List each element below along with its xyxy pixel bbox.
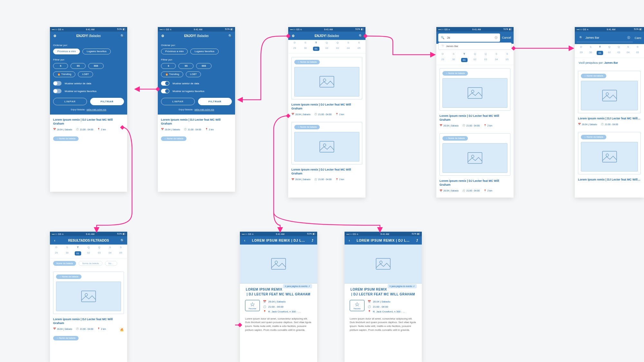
event-card[interactable]: ☆ Nome da balada: [578, 132, 641, 174]
calendar-strip[interactable]: DSTQQSS 29300102030405: [436, 51, 514, 65]
svg-point-15: [275, 261, 278, 264]
price-1[interactable]: $: [161, 63, 176, 69]
calendar-strip[interactable]: DSTQQSS 29300102030405: [575, 44, 644, 58]
status-left: •••○○ GS ⎋: [52, 28, 63, 31]
screen-detail-a: •••○○ GS ⎋9:41 AM51% ▮▯ ‹ LOREM IPSUM RE…: [240, 232, 317, 362]
tag-lgbt[interactable]: LGBT: [78, 71, 93, 77]
event-page-link[interactable]: ir para página do evento ↗: [388, 284, 417, 288]
clear-icon[interactable]: ⓧ: [495, 36, 497, 40]
search-icon: 🔍: [579, 36, 583, 39]
clear-icon[interactable]: ⓧ: [627, 36, 630, 40]
back-icon[interactable]: ‹: [242, 238, 247, 243]
screen-detail-b: •••○○ GS ⎋9:41 AM51% ▮▯ ‹ LOREM IPSUM RE…: [345, 232, 422, 362]
apply-button[interactable]: FILTRAR: [90, 98, 124, 105]
detail-info: 📅 28.04 | Sábado 🕘 21:00 - 04:00 📍 R. Ja…: [263, 300, 301, 314]
price-3[interactable]: $$$: [88, 63, 103, 69]
svg-point-9: [606, 93, 609, 95]
toggle-fav[interactable]: [53, 89, 62, 93]
event-card[interactable]: ☆ Nome da balada: [440, 68, 510, 111]
price-2[interactable]: $$: [71, 63, 86, 69]
sort-proximos[interactable]: Próximos a mim: [53, 49, 80, 54]
about-link[interactable]: saiba mais sobre nós: [87, 108, 106, 111]
event-card[interactable]: ☆ Nome da balada 🔥: [440, 133, 510, 176]
search-icon[interactable]: 🔍: [120, 238, 125, 243]
search-field[interactable]: [585, 36, 625, 40]
footnote: Enjoy! Baladas · saiba mais sobre nós: [53, 108, 124, 111]
share-icon[interactable]: ⤴: [415, 238, 419, 243]
search-field[interactable]: [446, 36, 493, 40]
share-icon[interactable]: ⤴: [310, 238, 315, 243]
back-icon[interactable]: ‹: [347, 238, 352, 243]
event-page-link[interactable]: ir para página do evento ↗: [283, 284, 312, 288]
event-title[interactable]: Lorem ipsum remix | DJ Lecter feat MC Wi…: [288, 168, 365, 177]
apply-button[interactable]: FILTRAR: [198, 98, 232, 105]
tag-lgbt[interactable]: LGBT: [186, 71, 201, 77]
clear-button[interactable]: LIMPAR: [161, 98, 195, 105]
price-3[interactable]: $$$: [196, 63, 211, 69]
screen-filter-default: •••○○ GS ⎋ 9:41 AM 51% ▮▯ ⚙ ENJOY! Balad…: [50, 27, 127, 192]
search-icon[interactable]: 🔍: [228, 33, 232, 38]
toggle-fav-label: Mostrar só lugares favoritos: [65, 90, 97, 93]
price-1[interactable]: $: [53, 63, 68, 69]
filter-icon[interactable]: ⚙: [52, 33, 57, 38]
svg-point-13: [85, 293, 88, 296]
price-2[interactable]: $$: [178, 63, 194, 69]
venue-chip[interactable]: ☆ Nome da balada: [294, 60, 320, 64]
event-date: 📅 28.04 | Sábado: [53, 128, 72, 131]
page-title: RESULTADOS FILTRADOS: [57, 239, 120, 242]
svg-point-1: [323, 79, 326, 81]
svg-rect-12: [81, 291, 96, 302]
screen-feed: •••○○ GS ⎋9:41 AM51% ▮▯ ⚙ ENJOY! Baladas…: [288, 27, 365, 198]
event-time: 🕘 21:00 - 04:00: [76, 128, 93, 131]
venue-chip[interactable]: ☆ Nome da balada: [161, 136, 186, 141]
svg-rect-4: [468, 88, 482, 98]
clear-button[interactable]: LIMPAR: [53, 98, 87, 105]
calendar-strip[interactable]: DSTQQSS 29300102030405: [50, 245, 127, 258]
sort-favoritos[interactable]: Lugares favoritos: [190, 49, 218, 54]
event-title[interactable]: Lorem ipsum remix | DJ Lecter feat MC Wi…: [158, 118, 235, 127]
cancel-button[interactable]: Canc: [635, 36, 644, 40]
svg-rect-16: [376, 258, 390, 269]
filter-label: Filtrar por:: [53, 58, 124, 61]
detail-title: LOREM IPSUM REMIX | DJ LECTER FEAT MC WI…: [245, 287, 312, 297]
search-icon[interactable]: 🔍: [358, 33, 363, 38]
event-title[interactable]: Lorem ipsum remix | DJ Lecter feat MC Wi…: [288, 103, 365, 112]
back-icon[interactable]: ‹: [52, 238, 57, 243]
venue-chip[interactable]: ☆ Nome da balada: [53, 136, 79, 141]
favorite-button[interactable]: ☆Favorito: [350, 300, 365, 311]
search-suggestion[interactable]: ♡James Bar: [438, 42, 512, 50]
tag-item[interactable]: Nome da balada: [53, 261, 76, 266]
event-card[interactable]: ☆ Nome da balada: [578, 71, 641, 113]
event-card[interactable]: ☆ Nome da balada: [291, 57, 362, 99]
favorite-button[interactable]: ☆Favoritar: [245, 300, 260, 311]
sort-favoritos[interactable]: Lugares favoritos: [82, 49, 110, 54]
tag-item[interactable]: Nome da balada: [79, 261, 102, 266]
image-placeholder: [294, 67, 359, 97]
search-input[interactable]: 🔍 ⓧ: [438, 33, 500, 42]
event-title[interactable]: Lorem ipsum remix | DJ Lecter feat MC Wi…: [50, 118, 127, 127]
sort-proximos[interactable]: Próximos a mim: [161, 49, 188, 54]
screen-filter-toggled: •••○○ GS ⎋9:41 AM51% ▮▯ ⚙ ENJOY! Baladas…: [158, 27, 235, 192]
filter-icon[interactable]: ⚙: [291, 33, 295, 38]
screen-results: •••○○ GS ⎋9:41 AM51% ▮▯ ‹ RESULTADOS FIL…: [50, 232, 127, 362]
search-icon: 🔍: [441, 36, 444, 39]
tag-trending[interactable]: 🔥 Trending: [53, 71, 75, 77]
svg-rect-2: [320, 141, 334, 152]
tag-trending[interactable]: 🔥 Trending: [161, 71, 183, 77]
filter-icon[interactable]: ⚙: [160, 33, 165, 38]
venue-chip[interactable]: ☆ Nome da balada: [294, 125, 320, 129]
search-icon[interactable]: 🔍: [120, 33, 125, 38]
tag-item[interactable]: No…: [105, 261, 117, 266]
cancel-button[interactable]: Cancel: [502, 36, 514, 39]
toggle-fav[interactable]: [161, 89, 169, 93]
event-card[interactable]: ☆ Nome da balada 🔥: [291, 122, 362, 164]
svg-point-3: [323, 144, 326, 146]
calendar-strip[interactable]: DSTQQSS 29300102030405: [288, 40, 365, 54]
page-title: LOREM IPSUM REMIX | DJ L…: [247, 239, 310, 242]
status-time: 9:41 AM: [86, 28, 95, 31]
toggle-date[interactable]: [53, 81, 62, 86]
toggle-date[interactable]: [161, 81, 169, 86]
event-card[interactable]: ☆ Nome da balada: [53, 272, 124, 314]
filter-tags: Nome da balada Nome da balada No…: [50, 258, 127, 268]
toggle-date-label: Mostrar seletor de data: [65, 82, 91, 85]
